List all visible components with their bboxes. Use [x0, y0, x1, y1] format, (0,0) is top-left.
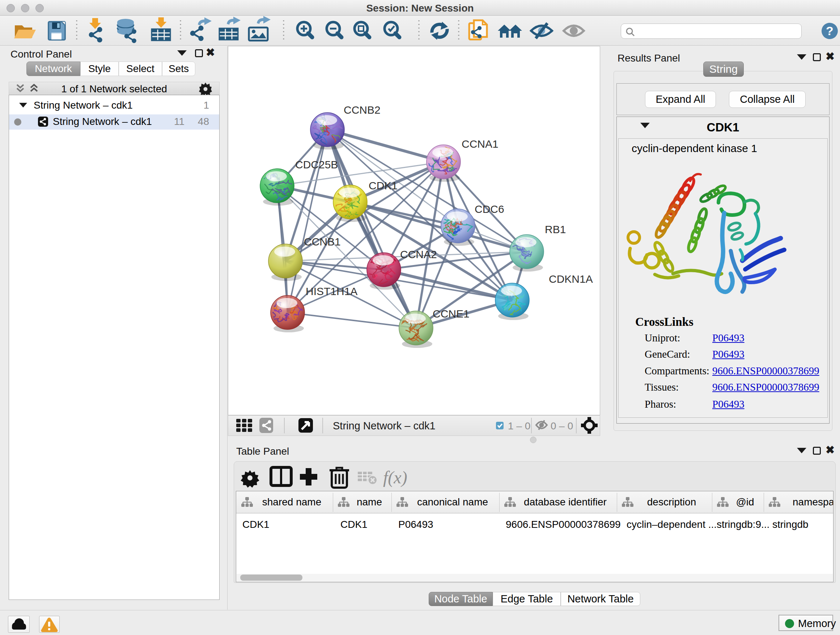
svg-text:CDC25B: CDC25B [295, 158, 338, 171]
svg-text:CDK1: CDK1 [369, 180, 398, 192]
svg-text:f(x): f(x) [383, 468, 407, 487]
svg-text:CCNB1: CCNB1 [304, 236, 341, 248]
svg-text:CCNA2: CCNA2 [400, 249, 437, 260]
svg-text:CDC6: CDC6 [475, 203, 504, 215]
svg-text:HIST1H1A: HIST1H1A [306, 285, 357, 297]
svg-text:0 – 0: 0 – 0 [551, 420, 573, 432]
svg-text:RB1: RB1 [545, 223, 566, 235]
svg-text:CCNA1: CCNA1 [462, 138, 499, 150]
svg-text:CCNE1: CCNE1 [433, 308, 470, 320]
svg-text:CDKN1A: CDKN1A [549, 273, 593, 285]
svg-text:CCNB2: CCNB2 [344, 104, 381, 116]
svg-text:String Network – cdk1: String Network – cdk1 [333, 420, 436, 432]
svg-text:1 – 0: 1 – 0 [508, 420, 531, 432]
